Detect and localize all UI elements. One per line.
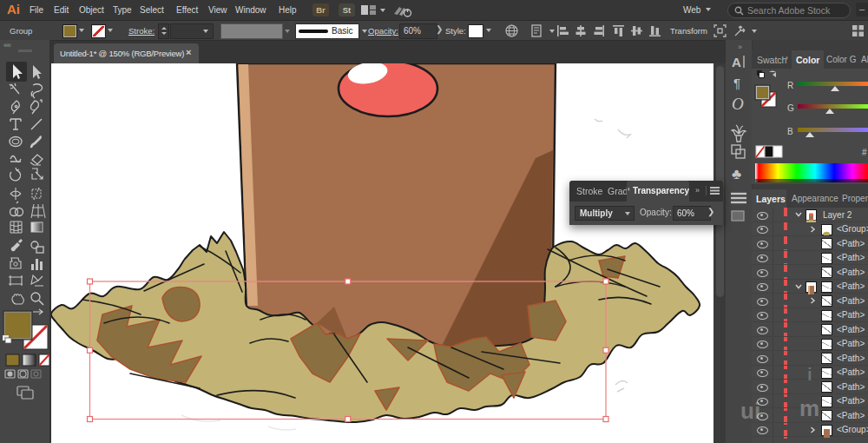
svg-text:A: A [732,55,741,69]
svg-text:¶: ¶ [733,76,740,90]
svg-text:#: # [862,148,867,157]
svg-text:R: R [787,81,793,90]
svg-text:♣: ♣ [732,166,741,182]
svg-text:B: B [787,127,793,136]
svg-text:O: O [732,95,744,113]
svg-text:G: G [787,103,794,113]
